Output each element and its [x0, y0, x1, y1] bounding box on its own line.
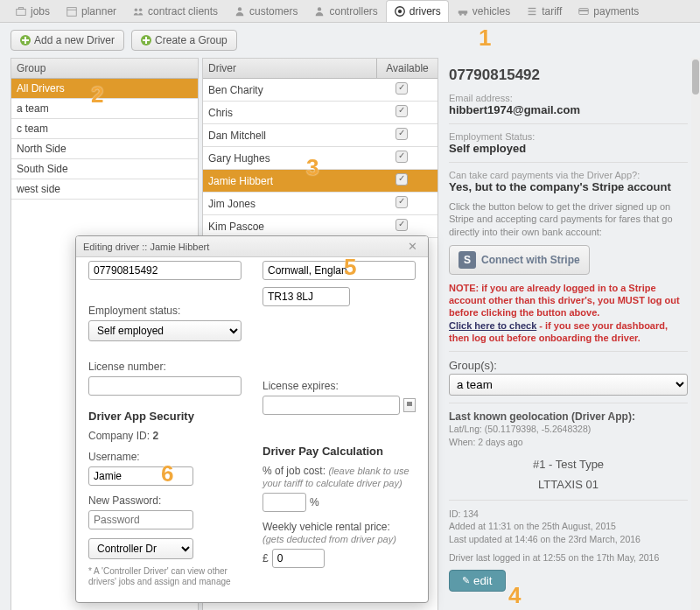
controller-icon: [313, 5, 326, 18]
driver-details: 07790815492 Email address: hibbert1974@g…: [438, 58, 700, 610]
rental-unit: £: [262, 552, 269, 564]
driver-name: Ben Charity: [208, 84, 371, 96]
phone-input[interactable]: [88, 261, 242, 280]
tab-jobs[interactable]: jobs: [7, 0, 58, 22]
group-row[interactable]: a team: [11, 99, 198, 119]
updated-line: Last updated at 14:46 on the 23rd March,…: [449, 533, 688, 546]
group-row[interactable]: west side: [11, 179, 198, 200]
groups-select[interactable]: a team: [449, 374, 688, 396]
scrollbar[interactable]: [691, 58, 700, 610]
calendar-icon[interactable]: [403, 398, 416, 412]
available-checkbox[interactable]: [371, 128, 432, 143]
tab-controllers[interactable]: controllers: [305, 0, 385, 22]
driver-phone-heading: 07790815492: [449, 67, 688, 84]
addr2-input[interactable]: [262, 287, 350, 306]
modal-title: Editing driver :: Jamie Hibbert: [83, 242, 209, 252]
rental-hint: (gets deducted from driver pay): [262, 534, 396, 544]
list-icon: [526, 5, 538, 18]
group-list: All Driversa teamc teamNorth SideSouth S…: [11, 79, 198, 200]
edit-driver-modal: Editing driver :: Jamie Hibbert ✕ Employ…: [75, 235, 429, 603]
emp-status-select[interactable]: Self employed: [88, 320, 242, 341]
license-exp-input[interactable]: [262, 396, 400, 415]
tab-tariff[interactable]: tariff: [518, 0, 570, 22]
modal-header: Editing driver :: Jamie Hibbert ✕: [76, 236, 428, 257]
tab-label: tariff: [542, 5, 562, 18]
available-checkbox[interactable]: [371, 173, 432, 188]
svg-point-9: [398, 10, 402, 13]
pct-unit: %: [310, 496, 319, 508]
tab-label: customers: [249, 5, 298, 18]
button-label: edit: [473, 574, 493, 587]
tab-label: payments: [593, 5, 639, 18]
group-row[interactable]: North Side: [11, 139, 198, 159]
card-question: Can take card payments via the Driver Ap…: [449, 170, 688, 180]
group-row[interactable]: All Drivers: [11, 79, 198, 99]
driver-header: Driver: [203, 59, 376, 79]
add-driver-button[interactable]: Add a new Driver: [10, 30, 124, 51]
tab-contract-clients[interactable]: contract clients: [124, 0, 226, 22]
role-select[interactable]: Controller Dr: [88, 538, 193, 559]
driver-list: Ben CharityChrisDan MitchellGary HughesJ…: [203, 79, 438, 238]
driver-row[interactable]: Chris: [203, 102, 438, 124]
available-checkbox[interactable]: [371, 219, 432, 234]
group-row[interactable]: c team: [11, 119, 198, 139]
tab-label: drivers: [410, 5, 441, 18]
stripe-logo-icon: S: [458, 251, 476, 269]
security-title: Driver App Security: [88, 410, 242, 423]
tab-drivers[interactable]: drivers: [386, 0, 449, 22]
calendar-icon: [66, 5, 78, 18]
tab-payments[interactable]: payments: [570, 0, 647, 22]
driver-row[interactable]: Jim Jones: [203, 193, 438, 215]
check-stripe-link[interactable]: Click here to check: [449, 320, 536, 331]
license-input[interactable]: [88, 376, 242, 396]
svg-point-7: [318, 7, 321, 11]
card-answer: Yes, but to the company's Stripe account: [449, 180, 688, 193]
pay-title: Driver Pay Calculation: [262, 445, 416, 458]
tab-vehicles[interactable]: vehicles: [449, 0, 518, 22]
geo-value: Lat/Lng: (50.1179398, -5.2648328): [449, 423, 688, 436]
button-label: Add a new Driver: [34, 34, 115, 46]
plus-icon: [20, 35, 31, 46]
svg-rect-1: [18, 8, 23, 10]
users-icon: [132, 5, 144, 18]
edit-button[interactable]: ✎edit: [449, 570, 506, 592]
driver-name: Kim Pascoe: [208, 221, 371, 233]
driver-row[interactable]: Ben Charity: [203, 79, 438, 102]
tab-label: vehicles: [472, 5, 510, 18]
username-input[interactable]: [88, 466, 193, 486]
svg-rect-10: [458, 11, 468, 14]
button-label: Create a Group: [155, 34, 228, 46]
license-exp-label: License expires:: [262, 380, 416, 392]
available-checkbox[interactable]: [371, 196, 432, 211]
close-icon[interactable]: ✕: [404, 240, 421, 253]
driver-row[interactable]: Dan Mitchell: [203, 124, 438, 147]
svg-rect-0: [17, 9, 26, 15]
available-checkbox[interactable]: [371, 151, 432, 165]
stripe-warning: NOTE: if you are already logged in to a …: [449, 282, 688, 344]
tab-customers[interactable]: customers: [226, 0, 305, 22]
rental-input[interactable]: [272, 549, 325, 568]
pct-input[interactable]: [262, 493, 306, 512]
company-id-label: Company ID:: [88, 430, 150, 442]
available-checkbox[interactable]: [371, 105, 432, 120]
lastlogin-line: Driver last logged in at 12:55 on the 17…: [449, 551, 688, 564]
top-nav: jobs planner contract clients customers …: [0, 0, 700, 23]
password-input[interactable]: [88, 510, 193, 529]
create-group-button[interactable]: Create a Group: [131, 30, 237, 51]
driver-row[interactable]: Gary Hughes: [203, 147, 438, 170]
button-label: Connect with Stripe: [481, 254, 580, 266]
svg-point-12: [464, 13, 466, 16]
vehicle-type-block: #1 - Test Type LTTAXIS 01: [449, 458, 688, 491]
available-checkbox[interactable]: [371, 82, 432, 97]
addr1-input[interactable]: [262, 261, 416, 280]
email-label: Email address:: [449, 93, 688, 103]
svg-point-4: [135, 9, 138, 12]
pct-label: % of job cost:: [262, 465, 326, 477]
emp-status-label: Employment Status:: [449, 131, 688, 142]
driver-row[interactable]: Jamie Hibbert: [203, 170, 438, 193]
group-row[interactable]: South Side: [11, 159, 198, 179]
connect-stripe-button[interactable]: SConnect with Stripe: [449, 245, 590, 275]
tab-planner[interactable]: planner: [58, 0, 124, 22]
driver-name: Gary Hughes: [208, 152, 371, 165]
svg-rect-2: [67, 8, 77, 17]
